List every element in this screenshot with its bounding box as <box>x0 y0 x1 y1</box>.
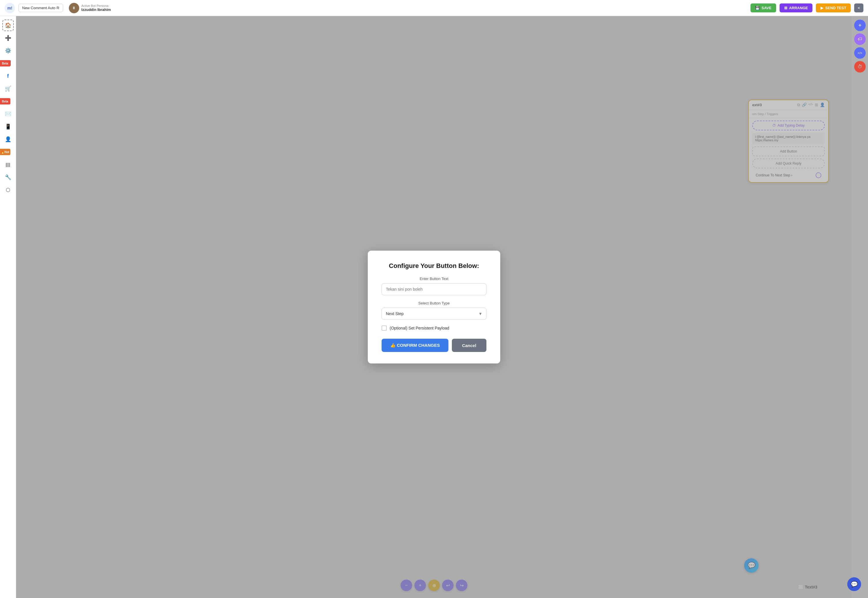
right-sidebar: + 🏷 </> ⏱ <box>852 16 868 598</box>
sidebar-item-beta1[interactable]: Beta 🅱 <box>2 58 14 69</box>
sidebar-item-facebook[interactable]: f <box>2 70 14 82</box>
button-text-input[interactable] <box>382 283 486 295</box>
logo-text: m! <box>7 6 12 10</box>
flow-name-input[interactable]: New Comment Auto R <box>18 4 63 12</box>
sidebar-item-mobile[interactable]: 📱 <box>2 121 14 132</box>
sidebar-item-user[interactable]: 👤 <box>2 133 14 145</box>
right-clock-button[interactable]: ⏱ <box>854 61 866 73</box>
left-sidebar: 🏠 ➕ ⚙️ Beta 🅱 f 🛒 Beta ◈ ✉️ 📱 👤 🔥Hot ▤ 🔧… <box>0 16 16 598</box>
modal-actions: 👍 CONFIRM CHANGES Cancel <box>382 339 486 352</box>
persona-name: Izzuddin Ibrahim <box>81 7 111 12</box>
sidebar-item-home[interactable]: 🏠 <box>2 19 14 31</box>
button-type-select[interactable]: Next Step URL Phone Number Share <box>382 308 486 320</box>
modal-title: Configure Your Button Below: <box>382 262 486 270</box>
sidebar-item-settings[interactable]: ⚙️ <box>2 45 14 57</box>
modal-overlay: Configure Your Button Below: Enter Butto… <box>16 16 852 598</box>
sidebar-item-tools[interactable]: 🔧 <box>2 172 14 183</box>
collapse-button[interactable]: < <box>854 3 864 12</box>
checkbox-label: (Optional) Set Persistent Payload <box>390 326 449 330</box>
arrange-button[interactable]: ⊞ ARRANGE <box>780 3 813 12</box>
sidebar-item-network[interactable]: ⬡ <box>2 184 14 196</box>
hot-badge: 🔥Hot <box>0 149 10 155</box>
sidebar-item-add[interactable]: ➕ <box>2 32 14 44</box>
right-tag-button[interactable]: 🏷 <box>854 33 866 45</box>
beta-badge-2: Beta <box>0 98 10 105</box>
persona-label: Active Bot Persona: <box>81 4 111 7</box>
input-label: Enter Button Text <box>382 277 486 281</box>
avatar: II <box>69 3 79 13</box>
beta-badge-1: Beta <box>0 60 10 66</box>
persistent-payload-checkbox[interactable] <box>382 326 387 330</box>
send-test-button[interactable]: ▶ SEND TEST <box>816 3 851 12</box>
save-button[interactable]: 💾 SAVE <box>751 3 776 12</box>
sidebar-item-email[interactable]: ✉️ <box>2 108 14 120</box>
select-wrapper: Next Step URL Phone Number Share ▼ <box>382 308 486 320</box>
sidebar-item-beta2[interactable]: Beta ◈ <box>2 96 14 107</box>
sidebar-item-cart[interactable]: 🛒 <box>2 83 14 94</box>
topbar: m! New Comment Auto R II Active Bot Pers… <box>0 0 868 16</box>
confirm-changes-button[interactable]: 👍 CONFIRM CHANGES <box>382 339 448 352</box>
persona-section: II Active Bot Persona: Izzuddin Ibrahim <box>69 3 111 13</box>
select-label: Select Button Type <box>382 301 486 305</box>
right-add-button[interactable]: + <box>854 19 866 31</box>
cancel-button[interactable]: Cancel <box>452 339 486 352</box>
support-button[interactable]: 💬 <box>847 577 861 591</box>
checkbox-row: (Optional) Set Persistent Payload <box>382 326 486 330</box>
sidebar-item-list[interactable]: ▤ <box>2 159 14 170</box>
configure-button-modal: Configure Your Button Below: Enter Butto… <box>368 251 500 363</box>
logo[interactable]: m! <box>4 3 15 13</box>
right-code-button[interactable]: </> <box>854 47 866 59</box>
sidebar-item-hot[interactable]: 🔥Hot <box>2 146 14 158</box>
